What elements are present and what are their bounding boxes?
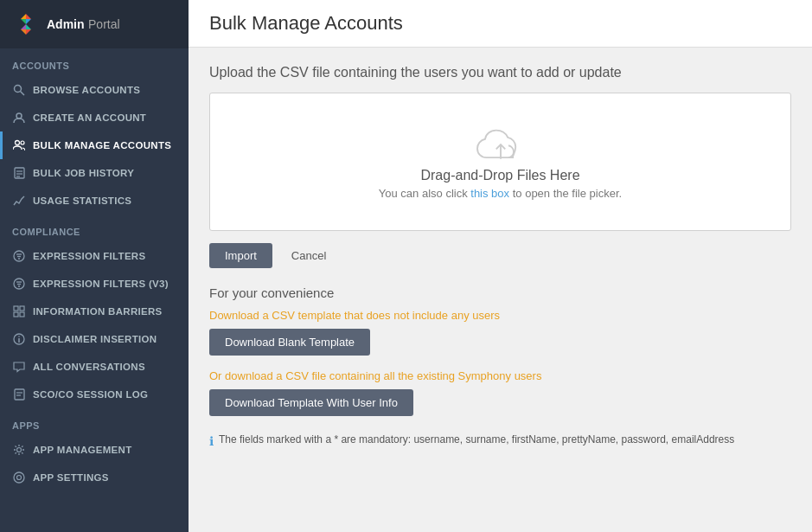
compliance-section-label: Compliance: [0, 215, 189, 242]
sidebar-item-label: APP MANAGEMENT: [33, 445, 132, 455]
sidebar-item-label: DISCLAIMER INSERTION: [33, 334, 157, 344]
sidebar-header: Admin Portal: [0, 0, 189, 48]
app-logo: [12, 10, 40, 38]
svg-marker-3: [26, 19, 31, 24]
download-users-button[interactable]: Download Template With User Info: [209, 389, 413, 416]
main-content: Bulk Manage Accounts Upload the CSV file…: [189, 0, 812, 532]
svg-marker-6: [21, 29, 26, 35]
sidebar-item-label: CREATE AN ACCOUNT: [33, 112, 146, 123]
sidebar-item-label: BULK MANAGE ACCOUNTS: [33, 140, 171, 151]
sidebar-item-expression-filters[interactable]: EXPRESSION FILTERS: [0, 242, 189, 270]
drag-drop-label: Drag-and-Drop Files Here: [420, 168, 579, 183]
sidebar-item-all-conversations[interactable]: ALL CONVERSATIONS: [0, 353, 189, 381]
download-blank-desc: Download a CSV template that does not in…: [209, 309, 791, 322]
sidebar-item-label: BULK JOB HISTORY: [33, 168, 134, 178]
sidebar-item-app-management[interactable]: APP MANAGEMENT: [0, 436, 189, 464]
svg-marker-4: [21, 24, 26, 29]
convenience-section: For your convenience Download a CSV temp…: [209, 285, 791, 448]
search-icon: [12, 83, 26, 97]
svg-point-36: [14, 472, 24, 483]
sidebar-item-label: EXPRESSION FILTERS: [33, 251, 145, 261]
file-picker-link[interactable]: this box: [470, 187, 509, 200]
doc-icon: [12, 388, 26, 401]
filter-v3-icon: [12, 277, 26, 291]
info-circle-icon: ℹ: [209, 434, 214, 448]
svg-point-8: [15, 86, 22, 93]
svg-point-12: [21, 141, 24, 144]
sidebar-item-information-barriers[interactable]: INFORMATION BARRIERS: [0, 298, 189, 325]
sidebar-item-label: BROWSE ACCOUNTS: [33, 85, 140, 95]
page-header: Bulk Manage Accounts: [189, 0, 812, 48]
download-users-desc: Or download a CSV file containing all th…: [209, 369, 791, 382]
sidebar-item-label: ALL CONVERSATIONS: [33, 362, 145, 372]
click-instruction: You can also click this box to open the …: [379, 187, 622, 200]
svg-marker-0: [26, 14, 31, 19]
sidebar-item-label: SCO/CO SESSION LOG: [33, 389, 148, 400]
sidebar: Admin Portal Accounts BROWSE ACCOUNTS CR…: [0, 0, 189, 532]
sidebar-item-usage-statistics[interactable]: USAGE STATISTICS: [0, 187, 189, 215]
svg-point-31: [18, 336, 20, 337]
file-icon: [12, 166, 26, 180]
svg-marker-5: [26, 24, 31, 29]
sidebar-item-label: INFORMATION BARRIERS: [33, 306, 163, 317]
svg-point-35: [17, 448, 22, 452]
users-icon: [12, 138, 26, 152]
chart-icon: [12, 194, 26, 208]
sidebar-item-bulk-job-history[interactable]: BULK JOB HISTORY: [0, 159, 189, 187]
chat-icon: [12, 360, 26, 374]
page-content-area: Upload the CSV file containing the users…: [189, 48, 812, 532]
download-blank-button[interactable]: Download Blank Template: [209, 329, 370, 356]
settings-icon: [12, 471, 26, 484]
sidebar-item-sco-co-session-log[interactable]: SCO/CO SESSION LOG: [0, 381, 189, 408]
action-buttons: Import Cancel: [209, 243, 791, 268]
cancel-button[interactable]: Cancel: [281, 243, 336, 268]
import-button[interactable]: Import: [209, 243, 272, 268]
svg-rect-28: [20, 312, 24, 317]
svg-marker-1: [21, 14, 26, 19]
upload-instruction: Upload the CSV file containing the users…: [209, 65, 791, 80]
sidebar-item-bulk-manage[interactable]: BULK MANAGE ACCOUNTS: [0, 131, 189, 159]
sidebar-item-browse-accounts[interactable]: BROWSE ACCOUNTS: [0, 76, 189, 104]
sidebar-item-app-settings[interactable]: APP SETTINGS: [0, 464, 189, 491]
cloud-upload-icon: [475, 125, 527, 168]
filter-icon: [12, 249, 26, 263]
sidebar-item-label: APP SETTINGS: [33, 472, 109, 483]
grid-icon: [12, 304, 26, 318]
page-title: Bulk Manage Accounts: [209, 12, 791, 35]
convenience-title: For your convenience: [209, 285, 791, 300]
sidebar-item-label: EXPRESSION FILTERS (V3): [33, 279, 169, 289]
mandatory-note-text: The fields marked with a * are mandatory…: [219, 433, 734, 445]
svg-marker-2: [21, 19, 26, 24]
mandatory-note: ℹ The fields marked with a * are mandato…: [209, 433, 791, 448]
svg-line-9: [21, 92, 25, 96]
svg-point-10: [16, 113, 22, 119]
svg-rect-25: [14, 306, 18, 311]
accounts-section-label: Accounts: [0, 48, 189, 76]
svg-marker-7: [26, 29, 31, 35]
gear-icon: [12, 443, 26, 457]
svg-point-11: [16, 141, 20, 145]
user-icon: [12, 111, 26, 125]
sidebar-item-disclaimer-insertion[interactable]: DISCLAIMER INSERTION: [0, 325, 189, 353]
info-icon: [12, 332, 26, 346]
svg-point-37: [17, 476, 22, 480]
svg-rect-32: [15, 389, 24, 400]
svg-rect-27: [14, 312, 18, 317]
sidebar-item-label: USAGE STATISTICS: [33, 195, 131, 206]
svg-rect-26: [20, 306, 24, 311]
sidebar-item-create-account[interactable]: CREATE AN ACCOUNT: [0, 104, 189, 131]
sidebar-item-expression-filters-v3[interactable]: EXPRESSION FILTERS (V3): [0, 270, 189, 298]
brand-text: Admin Portal: [47, 16, 120, 32]
apps-section-label: Apps: [0, 408, 189, 436]
file-drop-zone[interactable]: Drag-and-Drop Files Here You can also cl…: [209, 93, 791, 231]
